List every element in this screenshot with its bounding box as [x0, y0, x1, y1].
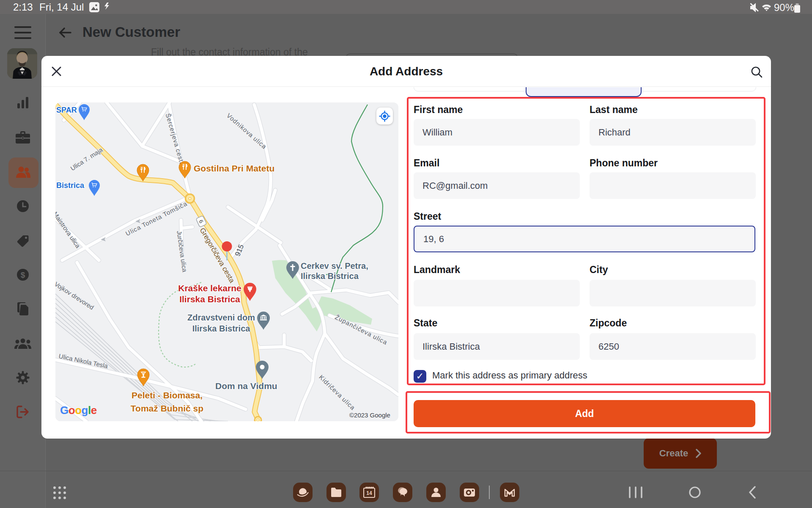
svg-text:$: $	[21, 271, 25, 279]
svg-text:14: 14	[366, 490, 372, 496]
